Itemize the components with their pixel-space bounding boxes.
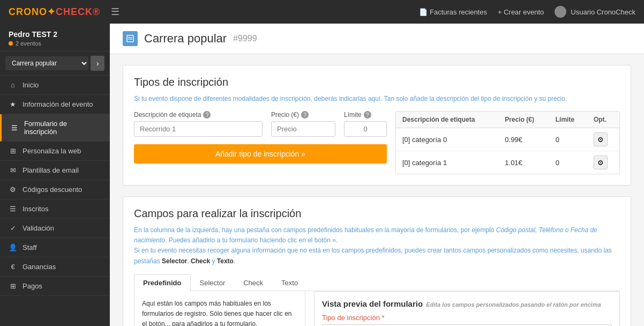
- crear-evento-link[interactable]: + Crear evento: [498, 8, 544, 16]
- user-menu[interactable]: Usuario CronoCheck: [555, 6, 635, 18]
- sidebar-label-personaliza: Personaliza la web: [23, 147, 81, 155]
- sidebar: Pedro TEST 2 2 eventos Carrera popular ›…: [0, 24, 110, 326]
- sidebar-label-informacion: Información del evento: [23, 100, 93, 108]
- home-icon: ⌂: [9, 81, 17, 89]
- sidebar-item-pagos[interactable]: ⊞ Pagos: [0, 277, 110, 296]
- sidebar-item-plantillas[interactable]: ✉ Plantillas de email: [0, 161, 110, 180]
- tab-check[interactable]: Check: [234, 274, 272, 291]
- campos-section: Campos para realizar la inscripción En l…: [123, 196, 631, 326]
- facturas-link[interactable]: 📄 Facturas recientes: [419, 8, 487, 16]
- tipos-form-and-button: Descripción de etiqueta ? Precio (€) ?: [134, 111, 387, 164]
- precio-group: Precio (€) ?: [271, 111, 335, 137]
- campos-desc: En la columna de la izquierda, hay una p…: [134, 225, 620, 266]
- sidebar-item-staff[interactable]: 👤 Staff: [0, 238, 110, 257]
- sidebar-item-ganancias[interactable]: € Ganancias: [0, 257, 110, 277]
- events-count: 2 eventos: [16, 40, 41, 47]
- event-selector: Carrera popular ›: [0, 51, 110, 76]
- col-precio-header: Precio (€): [498, 112, 549, 128]
- sidebar-label-formulario: Formulario de inscripción: [24, 120, 101, 136]
- preview-header: Vista previa del formulario Edita los ca…: [322, 299, 612, 308]
- page-header-icon: [123, 31, 138, 46]
- col-opt-header: Opt.: [587, 112, 619, 128]
- sidebar-username: Pedro TEST 2: [9, 30, 101, 39]
- tab-texto[interactable]: Texto: [272, 274, 307, 291]
- desc-help[interactable]: ?: [203, 111, 211, 118]
- page-header: Carrera popular #9999: [110, 24, 644, 54]
- tipos-section-title: Tipos de inscripción: [134, 76, 620, 88]
- sidebar-label-pagos: Pagos: [23, 282, 42, 290]
- desc-label: Descripción de etiqueta ?: [134, 111, 263, 118]
- svg-rect-0: [127, 35, 133, 42]
- file-icon: 📄: [419, 8, 428, 16]
- campos-columns: Aquí están los campos más habituales en …: [134, 291, 620, 326]
- row0-gear-button[interactable]: ⚙: [594, 132, 608, 146]
- main-content: Carrera popular #9999 Tipos de inscripci…: [110, 24, 644, 326]
- tab-selector[interactable]: Selector: [191, 274, 235, 291]
- sidebar-item-personaliza[interactable]: ⊞ Personaliza la web: [0, 142, 110, 161]
- precio-help[interactable]: ?: [301, 111, 309, 118]
- navbar: CRONO✦CHECK® ☰ 📄 Facturas recientes + Cr…: [0, 0, 644, 24]
- tipos-inputs-row: Descripción de etiqueta ? Precio (€) ?: [134, 111, 387, 137]
- precio-input[interactable]: [271, 121, 335, 137]
- sidebar-item-validacion[interactable]: ✓ Validación: [0, 219, 110, 238]
- col-limite-header: Límite: [549, 112, 587, 128]
- grid-icon: ⊞: [9, 147, 17, 155]
- avatar: [555, 6, 566, 18]
- inscritos-icon: ☰: [9, 205, 17, 213]
- nav-right: 📄 Facturas recientes + Crear evento Usua…: [419, 6, 635, 18]
- limite-help[interactable]: ?: [364, 111, 371, 118]
- sidebar-label-validacion: Validación: [23, 224, 54, 232]
- sidebar-label-inscritos: Inscritos: [23, 205, 48, 213]
- row0-opt: ⚙: [587, 128, 619, 151]
- tab-predefinido[interactable]: Predefinido: [134, 274, 191, 291]
- campos-title: Campos para realizar la inscripción: [134, 208, 620, 220]
- sidebar-item-codigos[interactable]: ⚙ Códigos descuento: [0, 180, 110, 199]
- row1-limite: 0: [549, 151, 587, 174]
- sidebar-item-inscritos[interactable]: ☰ Inscritos: [0, 199, 110, 219]
- event-select[interactable]: Carrera popular: [5, 56, 88, 70]
- sidebar-nav: ⌂ Inicio ★ Información del evento ☰ Form…: [0, 76, 110, 326]
- event-arrow-btn[interactable]: ›: [91, 56, 104, 71]
- sidebar-item-formulario[interactable]: ☰ Formulario de inscripción: [0, 114, 110, 142]
- preview-subtitle: Edita los campos personalizados pasando …: [426, 301, 601, 308]
- username-nav: Usuario CronoCheck: [571, 8, 635, 16]
- limite-label: Límite ?: [344, 111, 387, 118]
- precio-label: Precio (€) ?: [271, 111, 335, 118]
- sidebar-label-staff: Staff: [23, 243, 37, 251]
- row0-desc: [0] categoría 0: [396, 128, 498, 151]
- col-desc-header: Descripción de etiqueta: [396, 112, 498, 128]
- sidebar-item-informacion[interactable]: ★ Información del evento: [0, 95, 110, 114]
- row1-precio: 1.01€: [498, 151, 549, 174]
- sidebar-item-inicio[interactable]: ⌂ Inicio: [0, 76, 110, 95]
- pagos-icon: ⊞: [9, 282, 17, 290]
- add-inscription-button[interactable]: Añadir tipo de inscripción »: [134, 144, 387, 164]
- table-row: [0] categoría 1 1.01€ 0 ⚙: [396, 151, 619, 174]
- brand-text: CRONO✦CHECK®: [9, 6, 100, 18]
- preview-title: Vista previa del formulario: [322, 299, 423, 308]
- campos-tabs: Predefinido Selector Check Texto: [134, 274, 620, 291]
- tipos-form-row: Descripción de etiqueta ? Precio (€) ?: [134, 111, 620, 174]
- desc-input[interactable]: [134, 121, 263, 137]
- preview-label: Tipo de inscripción *: [322, 314, 612, 322]
- hamburger-icon[interactable]: ☰: [111, 6, 419, 18]
- sidebar-label-codigos: Códigos descuento: [23, 186, 82, 194]
- campos-right-panel: Vista previa del formulario Edita los ca…: [314, 291, 620, 326]
- check-icon: ✓: [9, 224, 17, 232]
- limite-input[interactable]: [344, 121, 387, 137]
- brand-logo: CRONO✦CHECK®: [9, 6, 100, 18]
- row1-opt: ⚙: [587, 151, 619, 174]
- list-icon: ☰: [10, 124, 19, 132]
- email-icon: ✉: [9, 166, 17, 174]
- campos-body: Predefinido Selector Check Texto Aquí es…: [134, 274, 620, 326]
- row1-desc: [0] categoría 1: [396, 151, 498, 174]
- inscripcion-table: Descripción de etiqueta Precio (€) Límit…: [395, 111, 620, 174]
- campos-left-panel: Aquí están los campos más habituales en …: [134, 291, 305, 326]
- sidebar-events: 2 eventos: [9, 40, 101, 47]
- events-dot: [9, 41, 13, 46]
- row1-gear-button[interactable]: ⚙: [594, 155, 608, 169]
- sidebar-user: Pedro TEST 2 2 eventos: [0, 24, 110, 51]
- star-icon: ★: [9, 100, 17, 108]
- row0-limite: 0: [549, 128, 587, 151]
- sidebar-label-ganancias: Ganancias: [23, 263, 56, 271]
- euro-icon: €: [9, 263, 17, 271]
